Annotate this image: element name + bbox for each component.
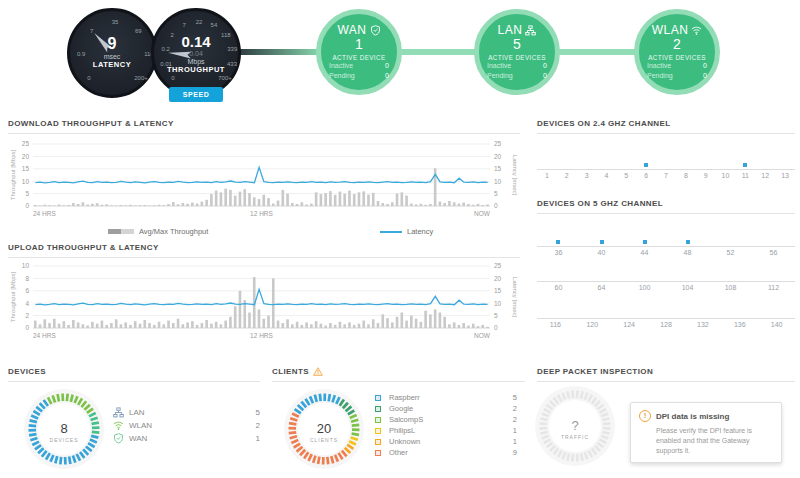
- channel-active-marker: [686, 240, 690, 244]
- latency-label: LATENCY: [70, 61, 154, 70]
- svg-text:12 HRS: 12 HRS: [250, 210, 273, 217]
- svg-text:15: 15: [494, 287, 502, 294]
- pending-value: 0: [703, 71, 707, 80]
- legend-count: 2: [513, 404, 517, 413]
- svg-text:DEVICES: DEVICES: [50, 437, 79, 443]
- svg-text:0: 0: [25, 324, 29, 331]
- latency-legend-item: Latency: [380, 227, 433, 236]
- channel-label: 100: [623, 284, 666, 291]
- legend-label: PhilipsL: [389, 426, 508, 435]
- channel-label: 4: [597, 172, 617, 179]
- channel-label: 10: [716, 172, 736, 179]
- channel-label: 124: [611, 321, 648, 328]
- channel-active-marker: [644, 163, 648, 167]
- unifi-dashboard: 9 msec LATENCY 00.973569116200+ 0.14 0.0…: [0, 0, 800, 478]
- svg-text:?: ?: [571, 418, 578, 433]
- channel-label: 44: [623, 249, 666, 256]
- svg-text:25: 25: [494, 140, 502, 147]
- legend-label: SalcompS: [389, 415, 508, 424]
- legend-color-swatch: [375, 417, 381, 423]
- gauge-tick: 0: [87, 75, 90, 81]
- download-chart-title: DOWNLOAD THROUGHPUT & LATENCY: [8, 119, 520, 134]
- wlan-status-circle[interactable]: WLAN 2 ACTIVE DEVICES Inactive0 Pending0: [634, 9, 720, 95]
- svg-text:15: 15: [494, 165, 502, 172]
- svg-text:Throughput [Mbps]: Throughput [Mbps]: [10, 149, 16, 200]
- pending-label: Pending: [329, 71, 355, 80]
- channels-24ghz-strip: 12345678910111213: [537, 160, 795, 184]
- svg-text:10: 10: [494, 178, 502, 185]
- pending-value: 0: [385, 71, 389, 80]
- legend-count: 5: [256, 408, 260, 417]
- lan-status-circle[interactable]: LAN 5 ACTIVE DEVICES Inactive0 Pending0: [474, 9, 560, 95]
- svg-text:10: 10: [22, 178, 30, 185]
- legend-count: 9: [513, 448, 517, 457]
- wlan-count-label: ACTIVE DEVICES: [648, 54, 706, 62]
- wifi-icon: [691, 25, 702, 36]
- wlan-active-count: 2: [673, 36, 681, 54]
- legend-item: Google2: [372, 403, 517, 414]
- svg-text:25: 25: [494, 262, 502, 269]
- inactive-label: Inactive: [329, 61, 353, 70]
- channels-5ghz-strip-row1: 364044485256: [537, 237, 795, 261]
- channel-label: 56: [752, 249, 795, 256]
- legend-count: 2: [256, 421, 260, 430]
- svg-text:20: 20: [494, 275, 502, 282]
- dpi-alert-title: DPI data is missing: [656, 412, 729, 421]
- dpi-missing-alert-card: ! DPI data is missing Please verify the …: [630, 402, 782, 463]
- legend-count: 5: [513, 393, 517, 402]
- gauge-tick: 700+: [218, 75, 232, 81]
- legend-label: Unknown: [389, 437, 508, 446]
- wlan-title: WLAN: [652, 24, 689, 36]
- channel-label: 5: [616, 172, 636, 179]
- gauge-to-wan-connector: [232, 49, 320, 55]
- dpi-alert-body: Please verify the DPI feature is enabled…: [639, 426, 773, 455]
- throughput-swatch: [108, 229, 134, 234]
- svg-text:CLIENTS: CLIENTS: [310, 437, 338, 443]
- legend-count: 1: [256, 434, 260, 443]
- speed-test-button[interactable]: SPEED TEST: [169, 87, 223, 102]
- wan-active-count: 1: [355, 36, 363, 54]
- clients-legend: Raspberr5Google2SalcompS2PhilipsL1Unknow…: [372, 392, 517, 458]
- download-throughput-latency-chart: 0510152025051015202524 HRS12 HRSNOWThrou…: [8, 136, 520, 219]
- legend-label: WLAN: [129, 421, 251, 430]
- svg-text:6: 6: [25, 287, 29, 294]
- inactive-value: 0: [543, 61, 547, 70]
- legend-item: SalcompS2: [372, 414, 517, 425]
- svg-text:25: 25: [22, 140, 30, 147]
- legend-count: 1: [513, 437, 517, 446]
- channel-label: 128: [648, 321, 685, 328]
- legend-count: 1: [513, 426, 517, 435]
- inactive-label: Inactive: [487, 61, 511, 70]
- legend-label: Raspberr: [389, 393, 508, 402]
- lan-count-label: ACTIVE DEVICES: [488, 54, 546, 62]
- shield-icon: [370, 25, 381, 36]
- wan-title: WAN: [337, 24, 366, 36]
- wan-status-circle[interactable]: WAN 1 ACTIVE DEVICE Inactive0 Pending0: [316, 9, 402, 95]
- pending-value: 0: [543, 71, 547, 80]
- wifi-icon: [112, 420, 124, 431]
- svg-text:NOW: NOW: [474, 210, 491, 217]
- svg-text:24 HRS: 24 HRS: [33, 210, 56, 217]
- chart-legend: Avg/Max Throughput Latency: [8, 227, 520, 239]
- gauge-tick: 7: [90, 28, 93, 34]
- pending-label: Pending: [647, 71, 673, 80]
- legend-label: Other: [389, 448, 508, 457]
- svg-text:8: 8: [60, 421, 67, 436]
- svg-text:Throughput [Mbps]: Throughput [Mbps]: [10, 271, 16, 322]
- legend-label: Google: [389, 404, 508, 413]
- channel-label: 120: [574, 321, 611, 328]
- inactive-value: 0: [703, 61, 707, 70]
- legend-color-swatch: [375, 406, 381, 412]
- channel-active-marker: [643, 240, 647, 244]
- wan-to-lan-connector: [398, 49, 478, 55]
- svg-text:8: 8: [25, 275, 29, 282]
- lan-to-wlan-connector: [556, 49, 638, 55]
- gauge-tick: 0: [171, 75, 174, 81]
- svg-text:12 HRS: 12 HRS: [250, 332, 273, 339]
- svg-text:0: 0: [494, 324, 498, 331]
- channel-axis-line: [537, 281, 795, 282]
- pending-label: Pending: [487, 71, 513, 80]
- clients-title-text: CLIENTS: [272, 367, 309, 376]
- gauge-tick: 69: [135, 28, 142, 34]
- svg-text:TRAFFIC: TRAFFIC: [561, 434, 589, 440]
